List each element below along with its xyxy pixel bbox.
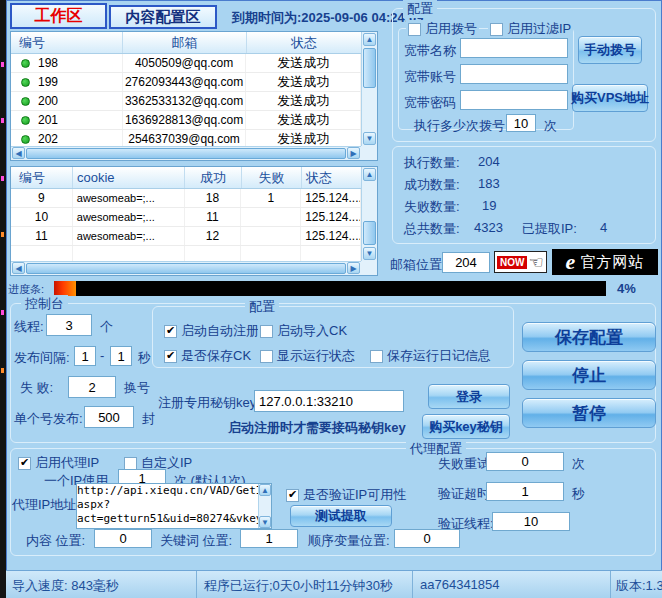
mailbox-position-input[interactable] — [442, 252, 490, 273]
table-row[interactable]: 2003362533132@qq.com发送成功 — [11, 92, 361, 111]
buy-vps-button[interactable]: 购买VPS地址 — [572, 84, 648, 112]
cookie-table-vscrollbar[interactable] — [361, 167, 377, 261]
verify-ip-checkbox[interactable]: 是否验证IP可用性 — [284, 486, 408, 504]
official-site-banner[interactable]: e 官方网站 — [552, 249, 658, 275]
checkbox-icon[interactable] — [164, 325, 177, 338]
checkbox-icon[interactable] — [260, 325, 273, 338]
table-cell: 发送成功 — [246, 130, 361, 146]
email-table: 编号 邮箱 状态 1984050509@qq.com发送成功1992762093… — [10, 31, 378, 161]
per-account-label: 单个号发布: — [14, 410, 83, 428]
scroll-down-icon[interactable] — [259, 516, 271, 528]
show-status-checkbox[interactable]: 显示运行状态 — [258, 347, 357, 365]
email-table-hscrollbar[interactable] — [11, 146, 361, 160]
keyword-position-input[interactable] — [240, 529, 298, 548]
dial-times-input[interactable] — [506, 114, 536, 132]
scroll-left-icon[interactable] — [12, 147, 25, 159]
verify-timeout-input[interactable] — [486, 482, 564, 501]
status-dot-icon — [21, 97, 30, 106]
table-row[interactable]: 1984050509@qq.com发送成功 — [11, 54, 361, 73]
manual-dial-button[interactable]: 手动拨号 — [578, 36, 642, 64]
checkbox-icon[interactable] — [408, 23, 421, 36]
retry-unit: 次 — [572, 455, 585, 473]
total-count-value: 4323 — [474, 220, 503, 235]
scroll-up-icon[interactable] — [363, 33, 376, 46]
checkbox-label: 启用过滤IP — [507, 20, 571, 38]
column-header-id[interactable]: 编号 — [11, 167, 73, 188]
proxy-ip-address-textarea[interactable]: http://api.xiequ.cn/VAD/GetIp. aspx? act… — [77, 484, 258, 528]
verify-thread-input[interactable] — [492, 512, 570, 531]
table-row[interactable] — [11, 246, 361, 261]
scroll-up-icon[interactable] — [259, 484, 271, 496]
stop-button[interactable]: 停止 — [522, 360, 656, 390]
checkbox-icon[interactable] — [490, 23, 503, 36]
cookie-table-header: 编号 cookie 成功 失败 状态 — [11, 167, 377, 189]
tab-content-config[interactable]: 内容配置区 — [109, 5, 217, 29]
enable-filter-ip-checkbox[interactable]: 启用过滤IP — [488, 20, 573, 38]
interval-max-input[interactable] — [110, 346, 132, 366]
column-header-status[interactable]: 状态 — [247, 32, 362, 53]
table-row[interactable]: 202254637039@qq.com发送成功 — [11, 130, 361, 146]
now-badge[interactable]: NOW — [494, 251, 547, 273]
column-header-fail[interactable]: 失败 — [242, 167, 302, 188]
scrollbar-thumb[interactable] — [26, 148, 346, 159]
enable-dial-checkbox[interactable]: 启用拨号 — [406, 20, 479, 38]
checkbox-icon[interactable] — [260, 350, 273, 363]
content-position-input[interactable] — [94, 529, 152, 548]
scroll-right-icon[interactable] — [347, 262, 360, 274]
tab-workspace[interactable]: 工作区 — [10, 3, 107, 29]
table-row[interactable]: 2011636928813@qq.com发送成功 — [11, 111, 361, 130]
checkbox-icon[interactable] — [164, 350, 177, 363]
column-header-status[interactable]: 状态 — [302, 167, 362, 188]
pause-button[interactable]: 暂停 — [522, 398, 656, 428]
proxy-address-scrollbar[interactable] — [258, 484, 271, 528]
broadband-name-input[interactable] — [460, 38, 568, 58]
enable-proxy-ip-checkbox[interactable]: 启用代理IP — [16, 454, 101, 472]
checkbox-icon[interactable] — [286, 489, 299, 502]
email-table-vscrollbar[interactable] — [361, 32, 377, 146]
broadband-password-input[interactable] — [460, 90, 568, 110]
scrollbar-thumb[interactable] — [26, 263, 346, 274]
login-button[interactable]: 登录 — [428, 384, 510, 409]
fail-switch-unit: 换号 — [124, 379, 150, 397]
per-account-input[interactable] — [84, 406, 134, 428]
scroll-up-icon[interactable] — [363, 168, 376, 181]
table-row[interactable]: 1992762093443@qq.com发送成功 — [11, 73, 361, 92]
cookie-table-hscrollbar[interactable] — [11, 261, 361, 275]
column-header-id[interactable]: 编号 — [11, 32, 123, 53]
sequence-position-input[interactable] — [394, 529, 460, 548]
proxy-ip-address-label: 代理IP地址 — [12, 496, 76, 514]
progress-percent-text: 4% — [617, 281, 636, 296]
cookie-table-body: 9awesomeab=;...181125.124....10awesomeab… — [11, 189, 361, 261]
column-header-cookie[interactable]: cookie — [73, 167, 185, 188]
register-key-hint: 启动注册时才需要接码秘钥key — [228, 419, 406, 437]
checkbox-icon[interactable] — [18, 457, 31, 470]
scroll-left-icon[interactable] — [12, 262, 25, 274]
scrollbar-thumb[interactable] — [363, 221, 376, 245]
checkbox-icon[interactable] — [124, 457, 137, 470]
scrollbar-thumb[interactable] — [363, 48, 376, 88]
interval-min-input[interactable] — [74, 346, 96, 366]
column-header-success[interactable]: 成功 — [185, 167, 242, 188]
buy-key-button[interactable]: 购买key秘钥 — [422, 414, 510, 439]
table-row[interactable]: 11awesomeab=;...12125.124.... — [11, 227, 361, 246]
table-row[interactable]: 9awesomeab=;...181125.124.... — [11, 189, 361, 208]
thread-count-input[interactable] — [46, 314, 92, 336]
scroll-right-icon[interactable] — [347, 147, 360, 159]
scroll-down-icon[interactable] — [363, 247, 376, 260]
retry-input[interactable] — [486, 452, 564, 471]
save-config-button[interactable]: 保存配置 — [522, 322, 656, 352]
column-header-email[interactable]: 邮箱 — [123, 32, 247, 53]
success-count-label: 成功数量: — [404, 176, 460, 194]
save-ck-checkbox[interactable]: 是否保存CK — [162, 347, 253, 365]
checkbox-icon[interactable] — [370, 350, 383, 363]
save-log-checkbox[interactable]: 保存运行日记信息 — [368, 347, 493, 365]
test-extract-button[interactable]: 测试提取 — [290, 505, 392, 527]
auto-register-checkbox[interactable]: 启动自动注册 — [162, 322, 261, 340]
broadband-account-input[interactable] — [460, 64, 568, 84]
scroll-down-icon[interactable] — [363, 132, 376, 145]
table-cell: 11 — [11, 227, 73, 245]
fail-switch-input[interactable] — [68, 376, 116, 398]
register-key-input[interactable] — [254, 390, 404, 412]
import-ck-checkbox[interactable]: 启动导入CK — [258, 322, 349, 340]
table-row[interactable]: 10awesomeab=;...11125.124.... — [11, 208, 361, 227]
